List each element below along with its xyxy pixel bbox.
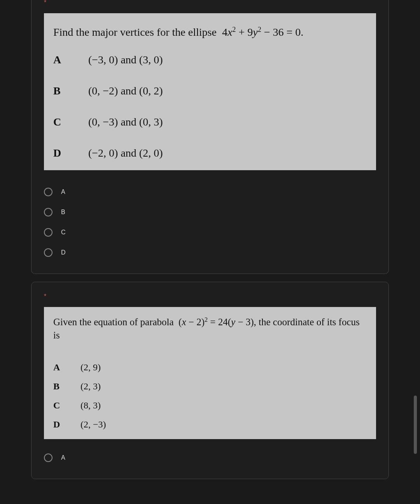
image-option-row: B (2, 3) xyxy=(53,381,367,392)
question-image: Given the equation of parabola (x − 2)2 … xyxy=(44,307,376,439)
answer-option-c[interactable]: C xyxy=(44,222,376,242)
answer-label: C xyxy=(61,229,66,236)
option-text: (2, 3) xyxy=(80,381,101,392)
option-letter: D xyxy=(53,147,88,159)
image-option-row: B (0, −2) and (0, 2) xyxy=(53,85,367,97)
radio-icon xyxy=(44,248,52,257)
answer-label: A xyxy=(61,188,65,195)
option-text: (−2, 0) and (2, 0) xyxy=(88,147,163,159)
question-card: * Given the equation of parabola (x − 2)… xyxy=(31,282,389,479)
radio-icon xyxy=(44,453,52,462)
question-prompt: Given the equation of parabola (x − 2)2 … xyxy=(53,316,367,342)
answer-option-b[interactable]: B xyxy=(44,202,376,222)
question-card: * Find the major vertices for the ellips… xyxy=(31,0,389,274)
answer-label: D xyxy=(61,249,66,256)
answer-option-a[interactable]: A xyxy=(44,448,376,468)
option-letter: D xyxy=(53,419,80,430)
question-prompt: Find the major vertices for the ellipse … xyxy=(53,25,367,40)
scrollbar-thumb[interactable] xyxy=(414,396,417,454)
option-text: (2, −3) xyxy=(80,419,106,430)
option-letter: A xyxy=(53,362,80,373)
option-letter: C xyxy=(53,400,80,411)
required-indicator: * xyxy=(32,282,388,307)
answer-label: A xyxy=(61,454,65,461)
required-indicator: * xyxy=(32,0,388,13)
image-option-row: A (−3, 0) and (3, 0) xyxy=(53,54,367,66)
answer-radio-group: A xyxy=(32,446,388,468)
option-letter: A xyxy=(53,54,88,66)
option-letter: B xyxy=(53,381,80,392)
radio-icon xyxy=(44,188,52,196)
image-option-row: C (0, −3) and (0, 3) xyxy=(53,116,367,128)
option-text: (−3, 0) and (3, 0) xyxy=(88,54,163,66)
question-image: Find the major vertices for the ellipse … xyxy=(44,13,376,170)
radio-icon xyxy=(44,208,52,216)
option-letter: B xyxy=(53,85,88,97)
answer-option-a[interactable]: A xyxy=(44,182,376,202)
option-text: (8, 3) xyxy=(80,400,101,411)
option-text: (0, −3) and (0, 3) xyxy=(88,116,163,128)
option-letter: C xyxy=(53,116,88,128)
image-option-row: A (2, 9) xyxy=(53,362,367,373)
answer-option-d[interactable]: D xyxy=(44,242,376,263)
answer-label: B xyxy=(61,209,65,216)
option-text: (0, −2) and (0, 2) xyxy=(88,85,163,97)
image-option-row: C (8, 3) xyxy=(53,400,367,411)
answer-radio-group: A B C D xyxy=(32,177,388,263)
radio-icon xyxy=(44,228,52,237)
image-option-row: D (−2, 0) and (2, 0) xyxy=(53,147,367,159)
image-option-row: D (2, −3) xyxy=(53,419,367,430)
option-text: (2, 9) xyxy=(80,362,101,373)
